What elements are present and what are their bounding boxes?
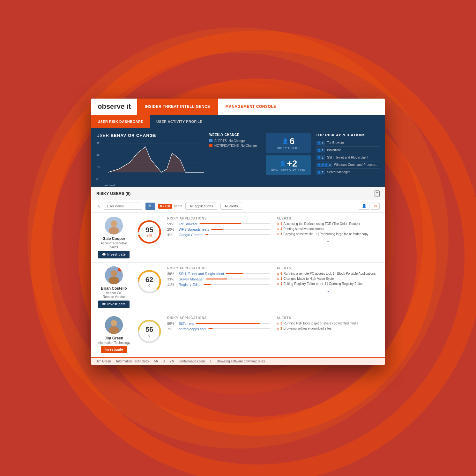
user-avatar-1: 1 xyxy=(105,266,123,284)
app-link-0-0[interactable]: Tor Browser xyxy=(179,222,197,226)
app-pct-1-0: 39% xyxy=(167,272,177,276)
risk-item-4[interactable]: 👤 1 Server Manager xyxy=(316,169,380,176)
alert-count-1-0: 6 xyxy=(280,272,282,275)
search-button[interactable]: 🔍 xyxy=(145,203,155,210)
user-left-2: Jim Green Information Technology Investi… xyxy=(96,316,131,353)
risk-item-0[interactable]: 👤 1 Tor Browser xyxy=(316,139,380,147)
investigate-button-2[interactable]: Investigate xyxy=(101,346,127,353)
alert-text-0-0: Accessing the Darknet using TOR (The Oni… xyxy=(284,222,360,226)
app-bar-1-2 xyxy=(204,284,270,285)
app-item-2-0: 86% BitTorrent xyxy=(167,322,270,325)
score-change-0: +95 xyxy=(147,234,152,238)
sub-nav: USER RISK DASHBOARD USER ACTIVITY PROFIL… xyxy=(91,115,385,128)
alerts-title-2: ALERTS xyxy=(277,316,380,320)
y-label-30: 30 xyxy=(96,153,100,156)
apps-section-0: RISKY APPLICATIONS 59% Tor Browser 20% W… xyxy=(167,217,270,258)
alert-item-1-1: ✉ 1 Changes Made to High Value System xyxy=(277,277,380,281)
user-left-0: NEW Gale Cooper Account Executive Sales … xyxy=(96,217,131,258)
apps-alerts-2: RISKY APPLICATIONS 86% BitTorrent 7% por… xyxy=(167,316,380,353)
risk-item-1[interactable]: 👤 1 BitTorrent xyxy=(316,147,380,154)
risky-users-header: RISKY USERS (6) ⌃ xyxy=(91,187,385,200)
sticky-app: portableapps.com xyxy=(179,360,205,363)
collapse-button[interactable]: ⌃ xyxy=(375,190,380,197)
user-role-1: Vendor Co. xyxy=(106,291,122,295)
app-link-0-2[interactable]: Google Chrome xyxy=(179,233,204,237)
y-label-45: 45 xyxy=(96,141,100,144)
user-avatar-0: NEW xyxy=(105,217,123,234)
app-link-1-1[interactable]: Server Manager xyxy=(179,277,204,281)
star-filter[interactable]: ★ xyxy=(96,203,101,209)
dashboard: USER BEHAVIOR CHANGE 45 30 15 0 xyxy=(91,128,385,187)
svg-point-14 xyxy=(111,270,117,277)
app-item-0-0: 59% Tor Browser xyxy=(167,222,270,226)
app-item-1-2: 11% Registry Editor xyxy=(167,283,270,286)
alert-filter-button[interactable]: All alerts xyxy=(220,203,242,210)
investigate-button-0[interactable]: 👁 Investigate xyxy=(98,251,130,258)
bell-icon-0-0: ✉ xyxy=(277,222,279,226)
sub-nav-activity[interactable]: USER ACTIVITY PROFILE xyxy=(150,115,209,128)
alert-text-2-0: Running P2P tools to get or share copyri… xyxy=(284,322,358,325)
app-link-0-1[interactable]: WPS Spreadsheets xyxy=(179,227,209,231)
app-bar-1-0 xyxy=(226,273,270,274)
alert-count-2-0: 2 xyxy=(280,322,282,325)
alerts-section-1: ALERTS ✉ 6 Running a remote PC access to… xyxy=(277,266,380,308)
app-link-1-0[interactable]: SSH, Telnet and Rlogin client xyxy=(179,272,224,276)
chart-area: 45 30 15 0 Last week xyxy=(96,140,204,182)
risky-users-icon-row: 👤 6 xyxy=(271,136,306,146)
svg-point-20 xyxy=(109,326,119,334)
user-name-1: Brian Costello xyxy=(101,286,127,291)
apps-title-1: RISKY APPLICATIONS xyxy=(167,266,270,270)
user-view-button[interactable]: 👤 xyxy=(359,203,369,210)
app-link-1-2[interactable]: Registry Editor xyxy=(179,283,202,286)
apps-section-2: RISKY APPLICATIONS 86% BitTorrent 7% por… xyxy=(167,316,270,353)
app-filter-button[interactable]: All applications xyxy=(185,203,217,210)
new-user-icon: 👤 xyxy=(279,160,286,167)
user-left-1: 1 Brian Costello Vendor Co. Remote Vendo… xyxy=(96,266,131,308)
app-pct-0-1: 20% xyxy=(167,227,177,231)
alert-item-0-2: ✉ 1 Copying sensitive file, 1 | Performi… xyxy=(277,232,380,236)
chart-x-labels: Last week xyxy=(96,184,204,187)
investigate-button-1[interactable]: 👁 Investigate xyxy=(98,301,130,308)
user-dept-1: Remote Vendor xyxy=(103,295,125,299)
sticky-alert-text: Browsing software download sites xyxy=(217,360,265,363)
weekly-change: WEEKLY CHANGE ALERTS No Change NOTIFICAT… xyxy=(209,133,257,182)
risk-name-2: SSH, Telnet and Rlogin client xyxy=(327,156,368,159)
user-card-1: 1 Brian Costello Vendor Co. Remote Vendo… xyxy=(91,263,385,312)
risk-item-3[interactable]: 👤👤👤 3 Windows Command Process... xyxy=(316,161,380,169)
user-name-0: Gale Cooper xyxy=(102,236,125,241)
app-link-2-0[interactable]: BitTorrent xyxy=(179,322,194,325)
more-alerts-0[interactable]: ⌄ xyxy=(277,237,380,243)
score-change-2: 0 xyxy=(148,334,150,337)
apps-alerts-0: RISKY APPLICATIONS 59% Tor Browser 20% W… xyxy=(167,217,380,258)
alert-text-1-0: Running a remote PC access tool, 1 | Blo… xyxy=(284,272,376,275)
svg-point-10 xyxy=(109,227,119,234)
nav-tab-management[interactable]: MANAGEMENT CONSOLE xyxy=(218,99,284,115)
new-users-stat[interactable]: 👤 +2 NEW USERS AT RISK xyxy=(266,155,311,175)
sticky-name: Jim Green xyxy=(96,360,111,363)
notifications-value: No Change xyxy=(241,144,257,147)
y-label-0: 0 xyxy=(96,178,100,181)
weekly-item-alerts: ALERTS No Change xyxy=(209,139,257,143)
user-avatar-2 xyxy=(105,316,123,334)
alert-item-2-0: ✉ 2 Running P2P tools to get or share co… xyxy=(277,322,380,325)
bell-icon-0-2: ✉ xyxy=(277,233,279,236)
nav-tab-insider[interactable]: INSIDER THREAT INTELLIGENCE xyxy=(137,99,218,115)
more-alerts-1[interactable]: ⌄ xyxy=(277,287,380,293)
risk-badge-1: 👤 1 xyxy=(316,148,325,152)
sub-nav-dashboard[interactable]: USER RISK DASHBOARD xyxy=(91,115,150,128)
weekly-item-notifications: NOTIFICATIONS No Change xyxy=(209,144,257,147)
risk-badge-2: 👤 1 xyxy=(316,155,325,160)
risk-badge-4: 👤 1 xyxy=(316,170,325,175)
bell-icon-1-1: ✉ xyxy=(277,277,279,281)
new-users-icon-row: 👤 +2 xyxy=(271,159,306,169)
app-link-2-1[interactable]: portableapps.com xyxy=(179,327,206,331)
investigate-icon-0: 👁 xyxy=(102,252,106,257)
alert-view-button[interactable]: ✉ xyxy=(371,203,380,210)
search-input[interactable] xyxy=(104,203,142,210)
apps-section-1: RISKY APPLICATIONS 39% SSH, Telnet and R… xyxy=(167,266,270,308)
risk-item-2[interactable]: 👤 1 SSH, Telnet and Rlogin client xyxy=(316,154,380,161)
alerts-value: No Change xyxy=(229,139,245,143)
chart-svg xyxy=(96,140,204,182)
avatar-svg-2 xyxy=(105,316,123,334)
risky-users-stat[interactable]: 👤 6 RISKY USERS xyxy=(266,133,311,153)
